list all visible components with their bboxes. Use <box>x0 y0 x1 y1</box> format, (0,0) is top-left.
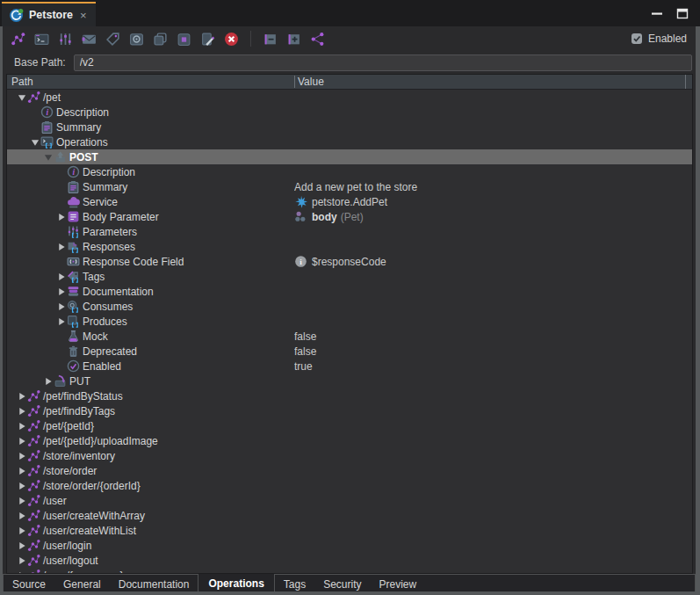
tree-row-parameters[interactable]: Parameters <box>7 224 692 239</box>
tree-row-store-inventory[interactable]: /store/inventory <box>7 448 692 463</box>
service-icon <box>67 195 81 208</box>
expand-arrow-icon[interactable] <box>16 392 27 401</box>
base-path-input[interactable] <box>74 54 692 71</box>
tree-row-store-order-orderid[interactable]: /store/order/{orderId} <box>7 478 692 493</box>
collapse-arrow-icon[interactable] <box>42 153 54 162</box>
tree-row-value: false <box>294 329 692 344</box>
tree-row-user-createwitharray[interactable]: /user/createWithArray <box>7 508 692 523</box>
expand-arrow-icon[interactable] <box>55 302 67 311</box>
tree-row-store-order[interactable]: /store/order <box>7 463 692 478</box>
delete-icon[interactable] <box>223 31 240 47</box>
tab-source[interactable]: Source <box>4 575 54 591</box>
tree-row-response-code-field[interactable]: Response Code Fieldi$responseCode <box>7 254 692 269</box>
tree-row-description[interactable]: iDescription <box>7 105 692 120</box>
tag-icon[interactable] <box>105 31 121 47</box>
expand-arrow-icon[interactable] <box>16 467 27 475</box>
expand-arrow-icon[interactable] <box>55 213 67 221</box>
expand-arrow-icon[interactable] <box>16 526 27 535</box>
tab-operations[interactable]: Operations <box>198 574 273 591</box>
expand-arrow-icon[interactable] <box>16 422 27 431</box>
tree-row-deprecated[interactable]: Deprecatedfalse <box>7 344 692 359</box>
tree-row-tags[interactable]: Tags <box>7 269 692 284</box>
tree-row-label: /store/order/{orderId} <box>43 480 141 492</box>
tree-row-label: POST <box>69 151 98 163</box>
mail-icon[interactable] <box>81 31 97 47</box>
tree-row-value <box>294 493 692 508</box>
expand-arrow-icon[interactable] <box>55 243 67 251</box>
expand-arrow-icon[interactable] <box>16 407 27 416</box>
tree-row-operations[interactable]: Operations <box>7 134 692 149</box>
consumes-icon <box>67 300 81 313</box>
resource-graph-icon[interactable] <box>10 31 26 47</box>
document-tab-petstore[interactable]: Petstore × <box>2 2 96 26</box>
tree-row-produces[interactable]: Produces <box>7 314 692 329</box>
expand-arrow-icon[interactable] <box>16 452 27 461</box>
tree-row-value <box>294 374 692 388</box>
path-icon <box>27 389 41 403</box>
tab-tags[interactable]: Tags <box>275 575 314 591</box>
share-graph-icon[interactable] <box>309 31 326 47</box>
collapse-arrow-icon[interactable] <box>16 93 27 102</box>
minimize-icon[interactable] <box>650 6 664 20</box>
tree-row-user-login[interactable]: /user/login <box>7 538 692 553</box>
tree-row-summary[interactable]: Summary <box>7 120 692 134</box>
tree-row-summary[interactable]: SummaryAdd a new pet to the store <box>7 179 692 194</box>
maximize-icon[interactable] <box>675 6 689 20</box>
tree-row-put[interactable]: PUT <box>7 374 692 388</box>
tree-row-value <box>294 523 692 538</box>
tree-row-user-logout[interactable]: /user/logout <box>7 553 692 568</box>
tree-row-documentation[interactable]: Documentation <box>7 284 692 299</box>
expand-all-icon[interactable] <box>285 31 302 47</box>
collapse-arrow-icon[interactable] <box>29 138 40 147</box>
enabled-checkbox[interactable] <box>631 33 643 45</box>
tree-row-label: Deprecated <box>83 345 137 358</box>
tree-row-user-username[interactable]: /user/{username} <box>7 568 692 573</box>
column-header-value: Value <box>294 76 685 88</box>
column-header-end-divider <box>685 75 692 89</box>
expand-arrow-icon[interactable] <box>16 497 27 505</box>
expand-arrow-icon[interactable] <box>42 377 54 386</box>
expand-arrow-icon[interactable] <box>16 541 27 550</box>
edit-document-icon[interactable] <box>199 31 216 47</box>
expand-arrow-icon[interactable] <box>55 317 67 326</box>
tree-row-service[interactable]: Servicepetstore.AddPet <box>7 194 692 209</box>
expand-arrow-icon[interactable] <box>55 287 67 296</box>
expand-arrow-icon[interactable] <box>55 272 67 281</box>
expand-arrow-icon[interactable] <box>16 482 27 490</box>
tree-row-value <box>294 553 692 568</box>
console-icon[interactable] <box>33 31 50 47</box>
tab-preview[interactable]: Preview <box>371 575 426 591</box>
expand-arrow-icon[interactable] <box>16 556 27 565</box>
tree-row-pet-findbystatus[interactable]: /pet/findByStatus <box>7 388 692 403</box>
collapse-all-icon[interactable] <box>262 31 278 47</box>
tree-row-user-createwithlist[interactable]: /user/createWithList <box>7 523 692 538</box>
tree-row-pet-petid[interactable]: /pet/{petId} <box>7 418 692 433</box>
sliders-icon[interactable] <box>57 31 74 47</box>
expand-arrow-icon[interactable] <box>16 512 27 520</box>
tree-row-pet-petid-uploadimage[interactable]: /pet/{petId}/uploadImage <box>7 433 692 448</box>
tree-row-mock[interactable]: Mockfalse <box>7 329 692 344</box>
copy-icon[interactable] <box>152 31 169 47</box>
tree-row-user[interactable]: /user <box>7 493 692 508</box>
expand-arrow-icon[interactable] <box>16 437 27 446</box>
responses-icon <box>67 240 81 253</box>
tree-row-body-parameter[interactable]: Body Parameterbody (Pet) <box>7 209 692 224</box>
stop-icon[interactable] <box>176 31 192 47</box>
tree-row-post[interactable]: POST <box>7 149 692 164</box>
tree-row-value <box>294 224 692 239</box>
tree-row-value <box>294 299 692 314</box>
put-icon <box>54 374 68 388</box>
snapshot-icon[interactable] <box>128 31 145 47</box>
close-tab-icon[interactable]: × <box>80 9 87 22</box>
expand-arrow-icon[interactable] <box>16 571 27 574</box>
tree-row-pet[interactable]: /pet <box>7 90 692 105</box>
tab-documentation[interactable]: Documentation <box>110 575 198 591</box>
tree-row-responses[interactable]: Responses <box>7 239 692 254</box>
tree-row-enabled[interactable]: Enabledtrue <box>7 359 692 374</box>
tree-row-description[interactable]: iDescription <box>7 164 692 179</box>
bottom-tab-bar: SourceGeneralDocumentationOperationsTags… <box>3 574 696 591</box>
tree-row-pet-findbytags[interactable]: /pet/findByTags <box>7 403 692 418</box>
tab-general[interactable]: General <box>54 575 110 591</box>
tab-security[interactable]: Security <box>314 575 370 591</box>
tree-row-consumes[interactable]: Consumes <box>7 299 692 314</box>
